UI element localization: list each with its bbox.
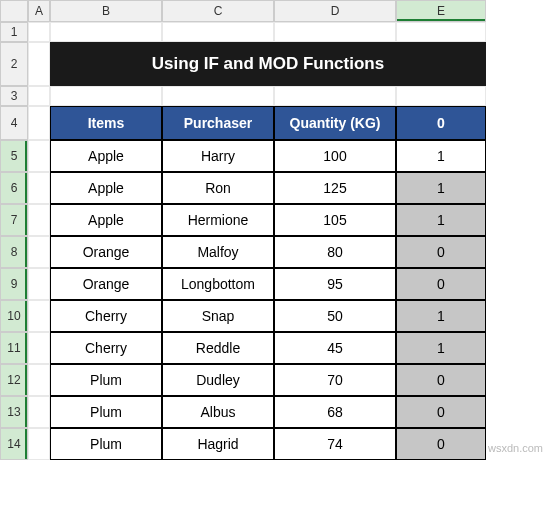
cell-purchaser[interactable]: Dudley	[162, 364, 274, 396]
watermark: wsxdn.com	[488, 442, 543, 454]
table-row: 13PlumAlbus680	[0, 396, 549, 428]
row-header-12[interactable]: 12	[0, 364, 28, 396]
cell-purchaser[interactable]: Snap	[162, 300, 274, 332]
cell-item[interactable]: Orange	[50, 268, 162, 300]
col-header-e[interactable]: E	[396, 0, 486, 22]
cell-a12[interactable]	[28, 364, 50, 396]
cell-a6[interactable]	[28, 172, 50, 204]
cell-a10[interactable]	[28, 300, 50, 332]
cell-quantity[interactable]: 80	[274, 236, 396, 268]
row-header-6[interactable]: 6	[0, 172, 28, 204]
cell-e1[interactable]	[396, 22, 486, 42]
cell-e[interactable]: 1	[396, 140, 486, 172]
row-header-10[interactable]: 10	[0, 300, 28, 332]
col-header-b[interactable]: B	[50, 0, 162, 22]
cell-a2[interactable]	[28, 42, 50, 86]
cell-quantity[interactable]: 45	[274, 332, 396, 364]
table-row: 7AppleHermione1051	[0, 204, 549, 236]
row-header-14[interactable]: 14	[0, 428, 28, 460]
table-row: 9OrangeLongbottom950	[0, 268, 549, 300]
cell-purchaser[interactable]: Ron	[162, 172, 274, 204]
cell-item[interactable]: Apple	[50, 172, 162, 204]
cell-quantity[interactable]: 50	[274, 300, 396, 332]
row-header-4[interactable]: 4	[0, 106, 28, 140]
header-e[interactable]: 0	[396, 106, 486, 140]
cell-item[interactable]: Apple	[50, 204, 162, 236]
cell-purchaser[interactable]: Albus	[162, 396, 274, 428]
cell-a8[interactable]	[28, 236, 50, 268]
row-header-8[interactable]: 8	[0, 236, 28, 268]
cell-e[interactable]: 0	[396, 268, 486, 300]
row-header-7[interactable]: 7	[0, 204, 28, 236]
cell-item[interactable]: Plum	[50, 396, 162, 428]
cell-e[interactable]: 0	[396, 428, 486, 460]
row-4: 4 Items Purchaser Quantity (KG) 0	[0, 106, 549, 140]
cell-e[interactable]: 1	[396, 204, 486, 236]
cell-d1[interactable]	[274, 22, 396, 42]
cell-a3[interactable]	[28, 86, 50, 106]
cell-a11[interactable]	[28, 332, 50, 364]
cell-e[interactable]: 1	[396, 172, 486, 204]
cell-e3[interactable]	[396, 86, 486, 106]
row-2: 2 Using IF and MOD Functions	[0, 42, 549, 86]
cell-e[interactable]: 0	[396, 236, 486, 268]
select-all-corner[interactable]	[0, 0, 28, 22]
cell-a13[interactable]	[28, 396, 50, 428]
row-3: 3	[0, 86, 549, 106]
col-header-a[interactable]: A	[28, 0, 50, 22]
cell-quantity[interactable]: 70	[274, 364, 396, 396]
cell-item[interactable]: Plum	[50, 364, 162, 396]
cell-e[interactable]: 0	[396, 396, 486, 428]
row-header-11[interactable]: 11	[0, 332, 28, 364]
row-header-9[interactable]: 9	[0, 268, 28, 300]
cell-c1[interactable]	[162, 22, 274, 42]
cell-purchaser[interactable]: Harry	[162, 140, 274, 172]
cell-purchaser[interactable]: Malfoy	[162, 236, 274, 268]
table-row: 5AppleHarry1001	[0, 140, 549, 172]
cell-purchaser[interactable]: Hermione	[162, 204, 274, 236]
cell-quantity[interactable]: 105	[274, 204, 396, 236]
cell-quantity[interactable]: 74	[274, 428, 396, 460]
header-purchaser[interactable]: Purchaser	[162, 106, 274, 140]
cell-b3[interactable]	[50, 86, 162, 106]
cell-e[interactable]: 1	[396, 332, 486, 364]
cell-item[interactable]: Plum	[50, 428, 162, 460]
row-header-5[interactable]: 5	[0, 140, 28, 172]
title-cell[interactable]: Using IF and MOD Functions	[50, 42, 486, 86]
row-header-2[interactable]: 2	[0, 42, 28, 86]
cell-d3[interactable]	[274, 86, 396, 106]
cell-item[interactable]: Cherry	[50, 332, 162, 364]
cell-item[interactable]: Cherry	[50, 300, 162, 332]
row-header-3[interactable]: 3	[0, 86, 28, 106]
cell-a1[interactable]	[28, 22, 50, 42]
cell-quantity[interactable]: 125	[274, 172, 396, 204]
cell-quantity[interactable]: 100	[274, 140, 396, 172]
header-quantity[interactable]: Quantity (KG)	[274, 106, 396, 140]
cell-c3[interactable]	[162, 86, 274, 106]
cell-e[interactable]: 1	[396, 300, 486, 332]
cell-a5[interactable]	[28, 140, 50, 172]
cell-purchaser[interactable]: Hagrid	[162, 428, 274, 460]
table-row: 6AppleRon1251	[0, 172, 549, 204]
cell-item[interactable]: Apple	[50, 140, 162, 172]
cell-a4[interactable]	[28, 106, 50, 140]
cell-e[interactable]: 0	[396, 364, 486, 396]
cell-a9[interactable]	[28, 268, 50, 300]
cell-a14[interactable]	[28, 428, 50, 460]
cell-a7[interactable]	[28, 204, 50, 236]
row-header-1[interactable]: 1	[0, 22, 28, 42]
col-header-c[interactable]: C	[162, 0, 274, 22]
cell-quantity[interactable]: 95	[274, 268, 396, 300]
cell-purchaser[interactable]: Reddle	[162, 332, 274, 364]
table-row: 11CherryReddle451	[0, 332, 549, 364]
table-row: 14PlumHagrid740	[0, 428, 549, 460]
row-1: 1	[0, 22, 549, 42]
cell-purchaser[interactable]: Longbottom	[162, 268, 274, 300]
cell-b1[interactable]	[50, 22, 162, 42]
col-header-d[interactable]: D	[274, 0, 396, 22]
cell-quantity[interactable]: 68	[274, 396, 396, 428]
header-items[interactable]: Items	[50, 106, 162, 140]
cell-item[interactable]: Orange	[50, 236, 162, 268]
row-header-13[interactable]: 13	[0, 396, 28, 428]
table-row: 12PlumDudley700	[0, 364, 549, 396]
